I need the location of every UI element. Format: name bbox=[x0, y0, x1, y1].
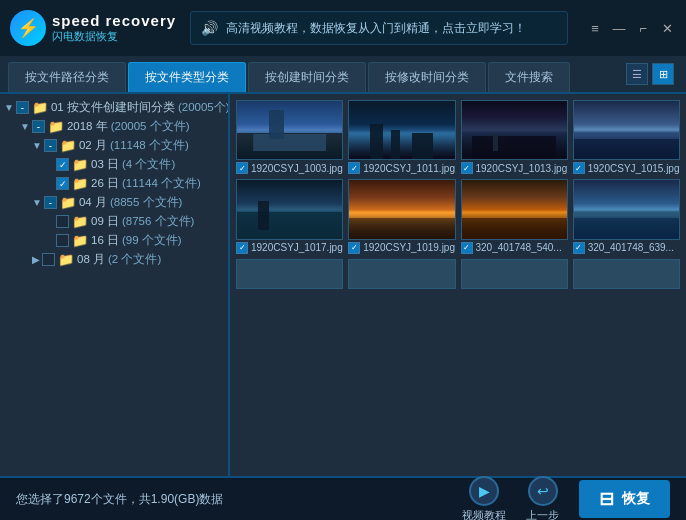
list-item[interactable] bbox=[236, 259, 343, 289]
thumb-checkbox[interactable] bbox=[573, 162, 585, 174]
year-expand-icon[interactable]: ▼ bbox=[20, 121, 30, 132]
back-icon: ↩ bbox=[528, 476, 558, 506]
list-item[interactable] bbox=[348, 259, 455, 289]
thumb-filename: 1920CSYJ_1003.jpg bbox=[236, 162, 343, 174]
month04-label: 04 月 bbox=[79, 195, 107, 210]
tree-year-2018[interactable]: ▼ 📁 2018 年 (20005 个文件) bbox=[0, 117, 228, 136]
thumbnail-panel: 1920CSYJ_1003.jpg 1920CSYJ_1011.jpg bbox=[230, 94, 686, 476]
month02-folder-icon: 📁 bbox=[60, 138, 76, 153]
window-controls: ≡ — ⌐ ✕ bbox=[586, 19, 676, 37]
thumb-checkbox[interactable] bbox=[348, 242, 360, 254]
day03-checkbox[interactable] bbox=[56, 158, 69, 171]
list-item[interactable]: 1920CSYJ_1019.jpg bbox=[348, 179, 455, 253]
tree-root[interactable]: ▼ 📁 01 按文件创建时间分类 (20005个) bbox=[0, 98, 228, 117]
day09-label: 09 日 bbox=[91, 214, 119, 229]
year-folder-icon: 📁 bbox=[48, 119, 64, 134]
list-item[interactable]: 1920CSYJ_1011.jpg bbox=[348, 100, 455, 174]
day26-label: 26 日 bbox=[91, 176, 119, 191]
tree-day-03[interactable]: 📁 03 日 (4 个文件) bbox=[0, 155, 228, 174]
month04-count: (8855 个文件) bbox=[110, 195, 182, 210]
tab-path[interactable]: 按文件路径分类 bbox=[8, 62, 126, 92]
tab-create-time[interactable]: 按创建时间分类 bbox=[248, 62, 366, 92]
grid-view-button[interactable]: ⊞ bbox=[652, 63, 674, 85]
back-label: 上一步 bbox=[526, 508, 559, 521]
thumbnail-image bbox=[461, 179, 568, 239]
month02-checkbox[interactable] bbox=[44, 139, 57, 152]
speaker-icon: 🔊 bbox=[201, 20, 218, 36]
thumbnail-image bbox=[461, 259, 568, 289]
thumbnail-image bbox=[573, 259, 680, 289]
tab-modify-time[interactable]: 按修改时间分类 bbox=[368, 62, 486, 92]
tree-day-26[interactable]: 📁 26 日 (11144 个文件) bbox=[0, 174, 228, 193]
file-tree-panel: ▼ 📁 01 按文件创建时间分类 (20005个) ▼ 📁 2018 年 (20… bbox=[0, 94, 230, 476]
tab-type[interactable]: 按文件类型分类 bbox=[128, 62, 246, 92]
thumbnail-image bbox=[348, 179, 455, 239]
thumb-checkbox[interactable] bbox=[461, 242, 473, 254]
banner-text: 高清视频教程，数据恢复从入门到精通，点击立即学习！ bbox=[226, 20, 526, 37]
play-icon: ▶ bbox=[469, 476, 499, 506]
list-item[interactable]: 1920CSYJ_1017.jpg bbox=[236, 179, 343, 253]
root-label: 01 按文件创建时间分类 bbox=[51, 100, 175, 115]
thumb-filename: 1920CSYJ_1013.jpg bbox=[461, 162, 568, 174]
expand-icon[interactable]: ▼ bbox=[4, 102, 14, 113]
year-checkbox[interactable] bbox=[32, 120, 45, 133]
root-checkbox[interactable] bbox=[16, 101, 29, 114]
tree-day-09[interactable]: 📁 09 日 (8756 个文件) bbox=[0, 212, 228, 231]
month08-label: 08 月 bbox=[77, 252, 105, 267]
thumbnail-image bbox=[573, 100, 680, 160]
thumb-checkbox[interactable] bbox=[461, 162, 473, 174]
list-item[interactable]: 1920CSYJ_1015.jpg bbox=[573, 100, 680, 174]
maximize-button[interactable]: ⌐ bbox=[634, 19, 652, 37]
month04-folder-icon: 📁 bbox=[60, 195, 76, 210]
list-item[interactable]: 1920CSYJ_1003.jpg bbox=[236, 100, 343, 174]
thumbnail-image bbox=[461, 100, 568, 160]
folder-icon: 📁 bbox=[32, 100, 48, 115]
day16-count: (99 个文件) bbox=[122, 233, 182, 248]
month02-label: 02 月 bbox=[79, 138, 107, 153]
day03-folder-icon: 📁 bbox=[72, 157, 88, 172]
list-view-button[interactable]: ☰ bbox=[626, 63, 648, 85]
list-item[interactable]: 320_401748_639... bbox=[573, 179, 680, 253]
tab-search[interactable]: 文件搜索 bbox=[488, 62, 570, 92]
month08-expand-icon[interactable]: ▶ bbox=[32, 254, 40, 265]
thumbnail-image bbox=[236, 259, 343, 289]
minimize-button[interactable]: — bbox=[610, 19, 628, 37]
thumb-checkbox[interactable] bbox=[236, 242, 248, 254]
tree-month-04[interactable]: ▼ 📁 04 月 (8855 个文件) bbox=[0, 193, 228, 212]
tree-day-16[interactable]: 📁 16 日 (99 个文件) bbox=[0, 231, 228, 250]
day26-checkbox[interactable] bbox=[56, 177, 69, 190]
year-count: (20005 个文件) bbox=[111, 119, 190, 134]
menu-button[interactable]: ≡ bbox=[586, 19, 604, 37]
month04-checkbox[interactable] bbox=[44, 196, 57, 209]
day09-checkbox[interactable] bbox=[56, 215, 69, 228]
thumb-checkbox[interactable] bbox=[573, 242, 585, 254]
month02-expand-icon[interactable]: ▼ bbox=[32, 140, 42, 151]
video-tutorial-button[interactable]: ▶ 视频教程 bbox=[462, 476, 506, 521]
recover-icon: ⊟ bbox=[599, 488, 614, 510]
list-item[interactable]: 1920CSYJ_1013.jpg bbox=[461, 100, 568, 174]
list-item[interactable]: 320_401748_540... bbox=[461, 179, 568, 253]
day26-count: (11144 个文件) bbox=[122, 176, 201, 191]
thumb-checkbox[interactable] bbox=[348, 162, 360, 174]
root-count: (20005个) bbox=[178, 100, 230, 115]
logo-area: ⚡ speed recovery 闪电数据恢复 bbox=[10, 10, 180, 46]
recover-button[interactable]: ⊟ 恢复 bbox=[579, 480, 670, 518]
day16-checkbox[interactable] bbox=[56, 234, 69, 247]
status-text: 您选择了9672个文件，共1.90(GB)数据 bbox=[16, 491, 223, 508]
promo-banner[interactable]: 🔊 高清视频教程，数据恢复从入门到精通，点击立即学习！ bbox=[190, 11, 568, 45]
tree-month-02[interactable]: ▼ 📁 02 月 (11148 个文件) bbox=[0, 136, 228, 155]
tree-month-08[interactable]: ▶ 📁 08 月 (2 个文件) bbox=[0, 250, 228, 269]
list-item[interactable] bbox=[573, 259, 680, 289]
back-button[interactable]: ↩ 上一步 bbox=[526, 476, 559, 521]
month08-folder-icon: 📁 bbox=[58, 252, 74, 267]
month02-count: (11148 个文件) bbox=[110, 138, 189, 153]
tabs-bar: 按文件路径分类 按文件类型分类 按创建时间分类 按修改时间分类 文件搜索 ☰ ⊞ bbox=[0, 56, 686, 94]
month04-expand-icon[interactable]: ▼ bbox=[32, 197, 42, 208]
thumbnail-image bbox=[573, 179, 680, 239]
thumbnail-image bbox=[348, 259, 455, 289]
thumb-checkbox[interactable] bbox=[236, 162, 248, 174]
list-item[interactable] bbox=[461, 259, 568, 289]
month08-checkbox[interactable] bbox=[42, 253, 55, 266]
close-button[interactable]: ✕ bbox=[658, 19, 676, 37]
thumbnail-image bbox=[348, 100, 455, 160]
